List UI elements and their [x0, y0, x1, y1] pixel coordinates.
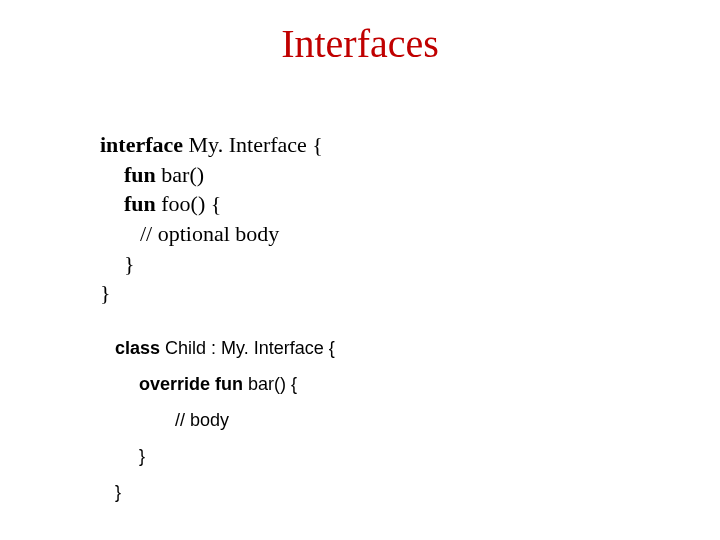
code-text: bar() — [156, 162, 204, 187]
code-line: interface My. Interface { — [100, 130, 323, 160]
slide-title: Interfaces — [0, 20, 720, 67]
code-line: override fun bar() { — [115, 366, 335, 402]
code-text: My. Interface { — [183, 132, 323, 157]
code-line: fun bar() — [100, 160, 323, 190]
code-line: } — [115, 474, 335, 510]
code-line: // optional body — [100, 219, 323, 249]
keyword-interface: interface — [100, 132, 183, 157]
class-code-block: class Child : My. Interface { override f… — [115, 330, 335, 510]
keyword-class: class — [115, 338, 165, 358]
code-line: fun foo() { — [100, 189, 323, 219]
code-line: } — [100, 249, 323, 279]
keyword-override-fun: override fun — [139, 374, 248, 394]
slide: Interfaces interface My. Interface { fun… — [0, 0, 720, 540]
code-line: } — [115, 438, 335, 474]
interface-code-block: interface My. Interface { fun bar() fun … — [100, 130, 323, 308]
code-line: } — [100, 278, 323, 308]
keyword-fun: fun — [124, 191, 156, 216]
keyword-fun: fun — [124, 162, 156, 187]
code-line: // body — [115, 402, 335, 438]
code-line: class Child : My. Interface { — [115, 330, 335, 366]
code-text: bar() { — [248, 374, 297, 394]
code-text: Child : My. Interface { — [165, 338, 335, 358]
code-text: foo() { — [156, 191, 222, 216]
